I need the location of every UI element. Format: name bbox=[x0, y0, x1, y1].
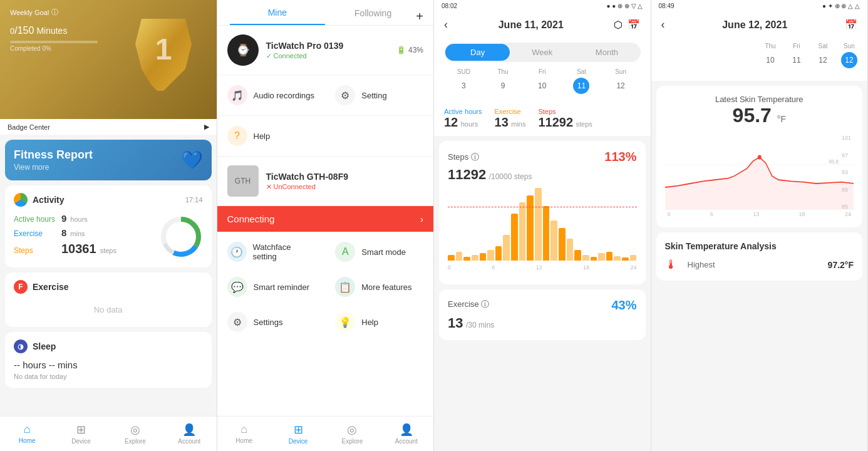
exercise-unit: mins bbox=[70, 230, 85, 237]
settings-icon: ⚙ bbox=[227, 312, 247, 332]
calendar-row: Thu 10 Fri 11 Sat 12 Sun 12 bbox=[651, 38, 868, 81]
share-icon-3[interactable]: ⬡ bbox=[614, 19, 623, 31]
nav-explore[interactable]: ◎ Explore bbox=[108, 420, 162, 447]
cal-sat: Sat 12 bbox=[815, 43, 831, 68]
connecting-label: Connecting bbox=[227, 214, 275, 224]
smart-reminder-item[interactable]: 💬 Smart reminder bbox=[217, 269, 326, 304]
steps-pct: 113% bbox=[604, 150, 636, 164]
status-time-4: 08:49 bbox=[659, 3, 674, 9]
analysis-title: Skin Temperature Analysis bbox=[665, 241, 854, 251]
settings-item[interactable]: ⚙ Settings bbox=[217, 304, 326, 340]
help1-icon: ? bbox=[227, 126, 247, 146]
back-icon-3[interactable]: ‹ bbox=[444, 18, 448, 31]
progress-bar bbox=[10, 41, 98, 43]
device2-item[interactable]: GTH TicWatch GTH-08F9 ✕ UnConnected bbox=[217, 157, 434, 206]
temp-analysis-card: Skin Temperature Analysis 🌡 Highest 97.2… bbox=[656, 232, 863, 281]
add-device-button[interactable]: + bbox=[416, 9, 423, 24]
status-time-3: 08:02 bbox=[442, 3, 457, 9]
d-nav-home[interactable]: ⌂ Home bbox=[217, 420, 271, 447]
device1-info: TicWatch Pro 0139 ✓ Connected bbox=[266, 41, 344, 60]
device-tabs: Mine Following + bbox=[217, 0, 434, 26]
activity-detail-panel: 08:02 ● ● ⊕ ⊕ ▽ △ ‹ June 11, 2021 ⬡ 📅 Da… bbox=[434, 0, 651, 451]
device2-status: ✕ UnConnected bbox=[266, 183, 348, 191]
device2-menu: 🕐 Watchface setting A Smart mode 💬 Smart… bbox=[217, 232, 434, 342]
help2-item[interactable]: 💡 Help bbox=[325, 304, 433, 340]
audio-recordings-item[interactable]: 🎵 Audio recordings bbox=[217, 78, 326, 113]
smart-mode-item[interactable]: A Smart mode bbox=[325, 234, 433, 269]
nav-device[interactable]: ⊞ Device bbox=[54, 420, 108, 447]
fitness-report-card[interactable]: Fitness Report View more 💙 bbox=[5, 140, 212, 180]
steps-card: Steps ⓘ 113% 11292 /10000 steps bbox=[439, 141, 646, 284]
d-account-icon: 👤 bbox=[400, 423, 413, 437]
smart-reminder-icon: 💬 bbox=[227, 277, 247, 297]
cal-fri: Fri 11 bbox=[788, 43, 805, 68]
device-nav-icon: ⊞ bbox=[76, 423, 86, 437]
smart-mode-icon: A bbox=[335, 242, 355, 262]
watchface-setting-item[interactable]: 🕐 Watchface setting bbox=[217, 234, 326, 269]
connecting-bar[interactable]: Connecting › bbox=[217, 206, 434, 232]
week-day-4[interactable]: Sat 11 bbox=[573, 68, 589, 94]
y-labels: 101 97 93 89 85 bbox=[842, 135, 851, 210]
active-hours-label: Active hours bbox=[14, 215, 58, 224]
cal-sun[interactable]: Sun 12 bbox=[841, 43, 857, 68]
steps-value-display: 11292 /10000 steps bbox=[448, 167, 637, 183]
nav-home[interactable]: ⌂ Home bbox=[0, 420, 54, 447]
d-device-icon: ⊞ bbox=[294, 423, 303, 437]
device1-help-menu: ? Help bbox=[217, 116, 434, 157]
calendar-icon-4[interactable]: 📅 bbox=[845, 19, 857, 31]
week-day-5: Sun 12 bbox=[612, 68, 629, 94]
device1-menu: 🎵 Audio recordings ⚙ Setting bbox=[217, 75, 434, 116]
badge-arrow-icon: ▶ bbox=[204, 123, 209, 131]
activity-nav: ‹ June 11, 2021 ⬡ 📅 bbox=[434, 12, 651, 38]
svg-marker-8 bbox=[665, 157, 854, 210]
active-hours-unit: hours bbox=[70, 215, 88, 223]
week-day-3: Fri 10 bbox=[534, 68, 550, 94]
tab-mine[interactable]: Mine bbox=[230, 8, 326, 25]
trophy-decoration: 1 bbox=[129, 13, 204, 113]
tab-month[interactable]: Month bbox=[574, 44, 639, 61]
temperature-card: Latest Skin Temperature 95.7 °F 101 97 9… bbox=[656, 86, 863, 227]
d-nav-device[interactable]: ⊞ Device bbox=[271, 420, 325, 447]
device2-name: TicWatch GTH-08F9 bbox=[266, 172, 348, 182]
tab-week[interactable]: Week bbox=[510, 44, 574, 61]
exercise-value-display: 13 /30 mins bbox=[448, 315, 637, 331]
setting-item[interactable]: ⚙ Setting bbox=[325, 78, 433, 113]
nav-account[interactable]: 👤 Account bbox=[162, 420, 216, 447]
sleep-hours-display: -- hours -- mins bbox=[14, 360, 203, 370]
device-panel: Mine Following + ⌚ TicWatch Pro 0139 ✓ C… bbox=[217, 0, 435, 451]
device1-status: ✓ Connected bbox=[266, 52, 344, 60]
activity-title: Activity bbox=[33, 195, 65, 205]
temp-chart: 101 97 93 89 85 95.8 bbox=[665, 135, 854, 210]
exercise-detail-card: Exercise ⓘ 43% 13 /30 mins bbox=[439, 289, 646, 340]
calendar-icon-3[interactable]: 📅 bbox=[628, 19, 640, 31]
connecting-arrow: › bbox=[420, 214, 423, 224]
device1-item[interactable]: ⌚ TicWatch Pro 0139 ✓ Connected 🔋 43% bbox=[217, 26, 434, 75]
d-explore-icon: ◎ bbox=[347, 423, 357, 437]
exercise-pct: 43% bbox=[611, 298, 636, 313]
analysis-highest-row: 🌡 Highest 97.2°F bbox=[665, 257, 854, 272]
back-icon-4[interactable]: ‹ bbox=[661, 18, 665, 31]
tab-day[interactable]: Day bbox=[445, 44, 510, 61]
info-icon[interactable]: ⓘ bbox=[51, 8, 58, 17]
activity-date-title: June 11, 2021 bbox=[499, 19, 564, 31]
week-day-2: Thu 9 bbox=[495, 68, 511, 94]
explore-nav-icon: ◎ bbox=[130, 423, 140, 437]
more-features-item[interactable]: 📋 More features bbox=[325, 269, 433, 304]
setting-icon: ⚙ bbox=[335, 85, 355, 105]
device1-battery: 🔋 43% bbox=[396, 46, 423, 54]
device2-info: TicWatch GTH-08F9 ✕ UnConnected bbox=[266, 172, 348, 191]
goal-line bbox=[448, 207, 637, 207]
week-day-1: SUD 3 bbox=[455, 68, 472, 94]
device2-image: GTH bbox=[227, 165, 259, 197]
summary-exercise: Exercise 13 mins bbox=[495, 108, 526, 130]
sleep-icon: ◑ bbox=[14, 340, 28, 353]
d-nav-account[interactable]: 👤 Account bbox=[380, 420, 433, 447]
temp-date-title: June 12, 2021 bbox=[722, 19, 787, 31]
tab-following[interactable]: Following bbox=[325, 8, 421, 24]
account-nav-icon: 👤 bbox=[182, 423, 196, 437]
badge-center-bar[interactable]: Badge Center ▶ bbox=[0, 119, 217, 135]
active-hours-value: 9 bbox=[61, 213, 66, 224]
exercise-value: 8 bbox=[61, 227, 66, 238]
help1-item[interactable]: ? Help bbox=[217, 118, 326, 153]
d-nav-explore[interactable]: ◎ Explore bbox=[325, 420, 379, 447]
